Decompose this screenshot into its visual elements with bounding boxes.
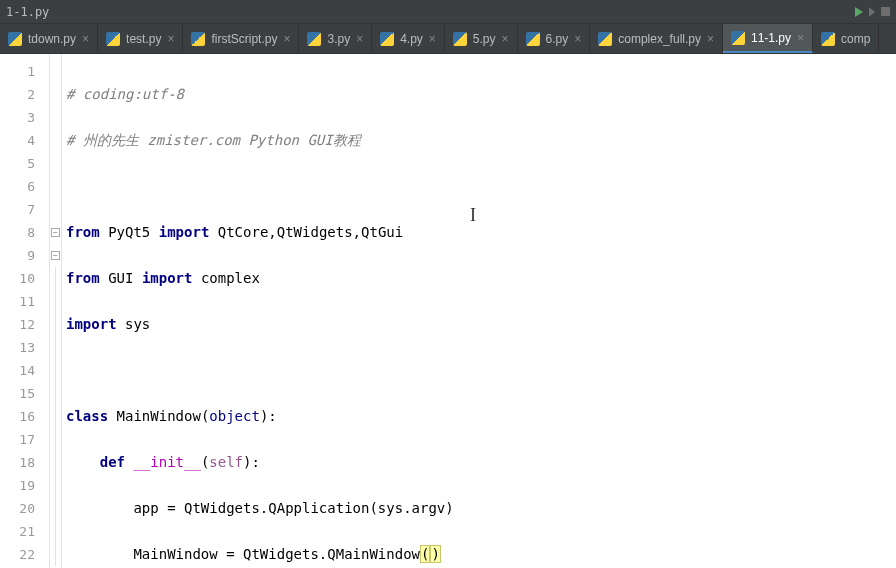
- fold-gutter: − −: [50, 54, 62, 568]
- tab-firstscript[interactable]: firstScript.py ×: [183, 24, 299, 53]
- tab-tdown[interactable]: tdown.py ×: [0, 24, 98, 53]
- title-bar: 1-1.py: [0, 0, 896, 24]
- tab-label: complex_full.py: [618, 32, 701, 46]
- close-icon[interactable]: ×: [167, 32, 174, 46]
- python-file-icon: [380, 32, 394, 46]
- python-file-icon: [731, 31, 745, 45]
- close-icon[interactable]: ×: [707, 32, 714, 46]
- fold-marker-icon[interactable]: −: [51, 251, 60, 260]
- tab-label: comp: [841, 32, 870, 46]
- tab-overflow[interactable]: comp: [813, 24, 879, 53]
- tab-label: 3.py: [327, 32, 350, 46]
- python-file-icon: [598, 32, 612, 46]
- tab-label: 4.py: [400, 32, 423, 46]
- tab-6[interactable]: 6.py ×: [518, 24, 591, 53]
- tab-test[interactable]: test.py ×: [98, 24, 183, 53]
- stop-icon[interactable]: [881, 7, 890, 16]
- close-icon[interactable]: ×: [502, 32, 509, 46]
- close-icon[interactable]: ×: [283, 32, 290, 46]
- fold-marker-icon[interactable]: −: [51, 228, 60, 237]
- python-file-icon: [526, 32, 540, 46]
- tab-11-1[interactable]: 11-1.py ×: [723, 24, 813, 53]
- tab-5[interactable]: 5.py ×: [445, 24, 518, 53]
- tab-complex-full[interactable]: complex_full.py ×: [590, 24, 723, 53]
- tab-4[interactable]: 4.py ×: [372, 24, 445, 53]
- python-file-icon: [106, 32, 120, 46]
- close-icon[interactable]: ×: [82, 32, 89, 46]
- run-controls: [855, 7, 890, 17]
- tab-label: test.py: [126, 32, 161, 46]
- tab-label: 11-1.py: [751, 31, 791, 45]
- tab-label: tdown.py: [28, 32, 76, 46]
- close-icon[interactable]: ×: [356, 32, 363, 46]
- line-gutter: 1234 5678 9101112 13141516 17181920 2122: [0, 54, 50, 568]
- code-area[interactable]: # coding:utf-8 # 州的先生 zmister.com Python…: [62, 54, 896, 568]
- editor-tabs: tdown.py × test.py × firstScript.py × 3.…: [0, 24, 896, 54]
- tab-label: firstScript.py: [211, 32, 277, 46]
- python-file-icon: [191, 32, 205, 46]
- tab-label: 6.py: [546, 32, 569, 46]
- run-icon[interactable]: [855, 7, 863, 17]
- code-editor[interactable]: 1234 5678 9101112 13141516 17181920 2122…: [0, 54, 896, 568]
- close-icon[interactable]: ×: [797, 31, 804, 45]
- python-file-icon: [307, 32, 321, 46]
- tab-label: 5.py: [473, 32, 496, 46]
- title-filename: 1-1.py: [6, 5, 49, 19]
- close-icon[interactable]: ×: [429, 32, 436, 46]
- tab-3[interactable]: 3.py ×: [299, 24, 372, 53]
- python-file-icon: [8, 32, 22, 46]
- python-file-icon: [453, 32, 467, 46]
- python-file-icon: [821, 32, 835, 46]
- step-icon[interactable]: [869, 7, 875, 17]
- close-icon[interactable]: ×: [574, 32, 581, 46]
